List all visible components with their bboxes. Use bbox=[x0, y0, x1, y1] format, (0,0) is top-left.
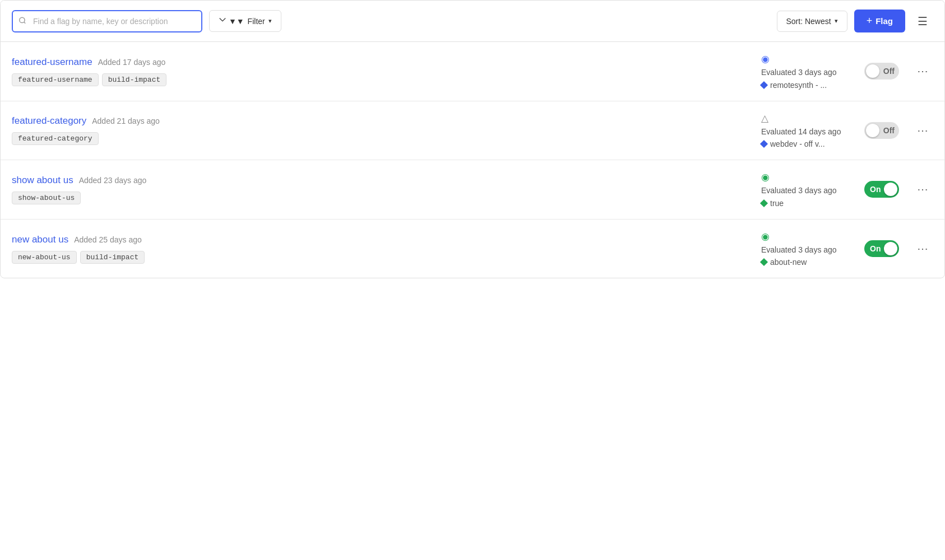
eval-value: remotesynth - ... bbox=[761, 81, 851, 90]
tag: new-about-us bbox=[12, 251, 77, 264]
toggle-knob bbox=[866, 124, 879, 137]
sort-button[interactable]: Sort: Newest ▾ bbox=[777, 11, 847, 32]
toggle-knob bbox=[866, 64, 879, 78]
toggle-label: On bbox=[870, 185, 881, 194]
toggle-label: Off bbox=[883, 67, 895, 76]
eval-icon: ◉ bbox=[761, 53, 851, 65]
eval-diamond-icon bbox=[760, 199, 768, 207]
flag-row: featured-username Added 17 days ago feat… bbox=[1, 42, 944, 101]
flag-status: ◉ Evaluated 3 days ago remotesynth - ...… bbox=[743, 53, 933, 90]
tag: build-impact bbox=[102, 73, 167, 86]
tag: featured-category bbox=[12, 132, 99, 145]
flags-list-container: ▼▼ Filter ▾ Sort: Newest ▾ + Flag ☰ feat… bbox=[0, 0, 945, 278]
toggle-switch[interactable]: On bbox=[864, 181, 899, 198]
eval-value: about-new bbox=[761, 258, 851, 267]
toggle-switch[interactable]: Off bbox=[864, 63, 899, 80]
more-options-button[interactable]: ⋯ bbox=[912, 180, 933, 198]
tag: show-about-us bbox=[12, 192, 81, 204]
toggle-switch[interactable]: Off bbox=[864, 122, 899, 139]
flag-row: show about us Added 23 days ago show-abo… bbox=[1, 160, 944, 220]
flag-status: ◉ Evaluated 3 days ago true On ⋯ bbox=[743, 171, 933, 208]
toggle-label: On bbox=[870, 244, 881, 253]
eval-info: ◉ Evaluated 3 days ago remotesynth - ... bbox=[761, 53, 851, 90]
toggle-knob bbox=[884, 183, 897, 196]
flag-name-link[interactable]: new about us bbox=[12, 234, 68, 245]
toggle-label: Off bbox=[883, 126, 895, 135]
flag-title-row: featured-category Added 21 days ago bbox=[12, 115, 731, 127]
toggle-wrap[interactable]: Off bbox=[864, 122, 899, 139]
more-options-button[interactable]: ⋯ bbox=[912, 240, 933, 258]
flag-tags: featured-usernamebuild-impact bbox=[12, 73, 731, 86]
flag-added-date: Added 23 days ago bbox=[79, 176, 147, 185]
tag: featured-username bbox=[12, 73, 99, 86]
svg-point-0 bbox=[20, 17, 25, 22]
eval-icon: △ bbox=[761, 113, 851, 124]
ellipsis-icon: ⋯ bbox=[917, 242, 929, 255]
eval-time: Evaluated 3 days ago bbox=[761, 67, 851, 78]
plus-icon: + bbox=[867, 15, 873, 27]
flag-tags: show-about-us bbox=[12, 192, 731, 204]
ellipsis-icon: ⋯ bbox=[917, 183, 929, 195]
menu-button[interactable]: ☰ bbox=[912, 12, 933, 30]
ellipsis-icon: ⋯ bbox=[917, 124, 929, 137]
toggle-knob bbox=[884, 242, 897, 255]
flag-info: featured-username Added 17 days ago feat… bbox=[12, 57, 731, 86]
flag-info: show about us Added 23 days ago show-abo… bbox=[12, 175, 731, 204]
more-options-button[interactable]: ⋯ bbox=[912, 62, 933, 80]
toggle-wrap[interactable]: On bbox=[864, 240, 899, 257]
hamburger-icon: ☰ bbox=[918, 15, 928, 27]
add-flag-button[interactable]: + Flag bbox=[854, 10, 905, 32]
eval-icon: ◉ bbox=[761, 231, 851, 242]
eval-time: Evaluated 3 days ago bbox=[761, 245, 851, 256]
svg-line-1 bbox=[24, 22, 26, 24]
filter-icon: ▼▼ bbox=[219, 16, 244, 26]
filter-button[interactable]: ▼▼ Filter ▾ bbox=[209, 10, 281, 32]
eval-value-text: about-new bbox=[770, 258, 807, 267]
toggle-track[interactable]: Off bbox=[864, 122, 899, 139]
flag-button-label: Flag bbox=[875, 16, 893, 26]
flag-info: new about us Added 25 days ago new-about… bbox=[12, 234, 731, 264]
eval-value-text: true bbox=[770, 199, 784, 208]
eval-time: Evaluated 14 days ago bbox=[761, 127, 851, 138]
flag-added-date: Added 21 days ago bbox=[92, 116, 160, 125]
search-input[interactable] bbox=[12, 10, 202, 32]
flag-title-row: new about us Added 25 days ago bbox=[12, 234, 731, 245]
sort-label: Sort: Newest bbox=[786, 17, 831, 26]
eval-value-text: remotesynth - ... bbox=[770, 81, 827, 90]
eval-value: webdev - off v... bbox=[761, 139, 851, 148]
flag-row: new about us Added 25 days ago new-about… bbox=[1, 220, 944, 278]
flag-tags: featured-category bbox=[12, 132, 731, 145]
filter-chevron-icon: ▾ bbox=[268, 17, 272, 25]
flag-added-date: Added 25 days ago bbox=[74, 235, 142, 244]
eval-icon: ◉ bbox=[761, 171, 851, 183]
eval-diamond-icon bbox=[760, 140, 768, 148]
eval-value: true bbox=[761, 199, 851, 208]
flag-status: △ Evaluated 14 days ago webdev - off v..… bbox=[743, 113, 933, 149]
flag-added-date: Added 17 days ago bbox=[98, 58, 166, 67]
flag-name-link[interactable]: featured-category bbox=[12, 115, 86, 127]
sort-chevron-icon: ▾ bbox=[835, 17, 838, 25]
search-wrapper bbox=[12, 10, 202, 32]
toggle-switch[interactable]: On bbox=[864, 240, 899, 257]
flag-name-link[interactable]: featured-username bbox=[12, 57, 92, 68]
flag-info: featured-category Added 21 days ago feat… bbox=[12, 115, 731, 145]
toolbar: ▼▼ Filter ▾ Sort: Newest ▾ + Flag ☰ bbox=[1, 1, 944, 42]
filter-label: Filter bbox=[248, 17, 265, 26]
tag: build-impact bbox=[80, 251, 145, 264]
toggle-track[interactable]: On bbox=[864, 240, 899, 257]
toggle-track[interactable]: Off bbox=[864, 63, 899, 80]
more-options-button[interactable]: ⋯ bbox=[912, 122, 933, 139]
flag-title-row: featured-username Added 17 days ago bbox=[12, 57, 731, 68]
eval-info: ◉ Evaluated 3 days ago about-new bbox=[761, 231, 851, 267]
eval-time: Evaluated 3 days ago bbox=[761, 185, 851, 197]
toggle-track[interactable]: On bbox=[864, 181, 899, 198]
flag-row: featured-category Added 21 days ago feat… bbox=[1, 101, 944, 161]
flag-title-row: show about us Added 23 days ago bbox=[12, 175, 731, 186]
ellipsis-icon: ⋯ bbox=[917, 65, 929, 77]
eval-info: ◉ Evaluated 3 days ago true bbox=[761, 171, 851, 208]
flag-name-link[interactable]: show about us bbox=[12, 175, 73, 186]
toggle-wrap[interactable]: Off bbox=[864, 63, 899, 80]
flag-tags: new-about-usbuild-impact bbox=[12, 251, 731, 264]
search-icon bbox=[18, 16, 26, 26]
toggle-wrap[interactable]: On bbox=[864, 181, 899, 198]
